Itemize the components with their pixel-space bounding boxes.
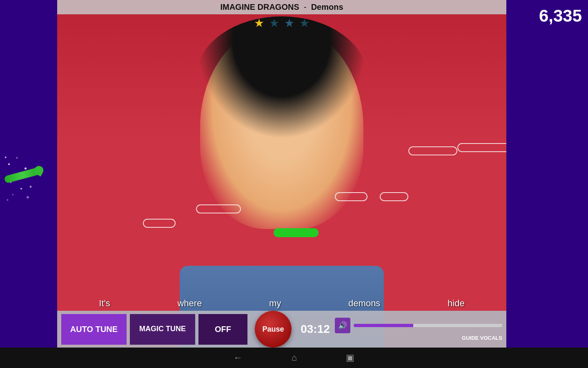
volume-icon: 🔊	[338, 321, 347, 330]
stars-row: ★ ★ ★ ★	[254, 16, 310, 30]
pitch-bar-5	[143, 219, 176, 228]
sparkle-dot	[12, 194, 13, 195]
pitch-bar-7	[457, 143, 506, 152]
lyric-word-4: demons	[348, 298, 380, 309]
artist-name: IMAGINE DRAGONS	[220, 2, 299, 11]
lyric-word-2: where	[177, 298, 202, 309]
song-title: IMAGINE DRAGONS - Demons	[220, 2, 343, 11]
guide-vocals-label: GUIDE VOCALS	[462, 335, 502, 341]
controls-bar: AUTO TUNE MAGIC TUNE OFF Pause 03:12 🔊	[57, 311, 506, 348]
magic-wand-area: ✦ ✦ ✦	[4, 172, 41, 179]
app-container: ✦ ✦ ✦ IMAGINE DRAGONS	[0, 0, 588, 368]
magic-tune-button[interactable]: MAGIC TUNE	[130, 314, 195, 345]
back-button[interactable]: ←	[234, 352, 243, 363]
star-3: ★	[284, 16, 294, 30]
lyric-word-5: hide	[448, 298, 465, 309]
star-2: ★	[269, 16, 279, 30]
left-sidebar: ✦ ✦ ✦	[0, 0, 57, 348]
pitch-bar-active	[274, 228, 318, 237]
sparkle-star-sm2: ✦	[6, 198, 9, 202]
song-name: Demons	[311, 2, 343, 11]
pitch-bar-4	[196, 204, 241, 213]
main-area: ✦ ✦ ✦ IMAGINE DRAGONS	[0, 0, 588, 348]
auto-tune-label: AUTO TUNE	[70, 324, 118, 334]
score-display: 6,335	[539, 6, 582, 26]
recents-button[interactable]: ▣	[346, 352, 354, 363]
wand-tip	[33, 164, 45, 177]
volume-section: 🔊 GUIDE VOCALS	[335, 318, 502, 341]
timer-display: 03:12	[299, 323, 332, 336]
off-button[interactable]: OFF	[198, 314, 247, 345]
pitch-bar-3	[380, 192, 408, 201]
off-label: OFF	[215, 325, 231, 334]
sparkle-dot	[20, 188, 22, 190]
star-1: ★	[254, 16, 264, 30]
volume-slider[interactable]	[354, 324, 502, 327]
hair-area	[196, 16, 368, 139]
home-button[interactable]: ⌂	[292, 352, 297, 363]
sparkle-dot	[16, 157, 18, 159]
volume-row: 🔊	[335, 318, 502, 333]
sparkle-star-sm: ✦	[4, 155, 7, 159]
wand-body	[4, 167, 41, 184]
android-nav-bar: ← ⌂ ▣	[0, 348, 588, 368]
sparkle-star-md: ✦	[29, 184, 33, 190]
song-title-bar: IMAGINE DRAGONS - Demons	[57, 0, 506, 14]
center-performance-area: IMAGINE DRAGONS - Demons ★ ★ ★ ★	[57, 0, 506, 348]
auto-tune-button[interactable]: AUTO TUNE	[61, 314, 127, 345]
pause-button[interactable]: Pause	[255, 311, 292, 348]
star-4: ★	[299, 16, 310, 30]
lyric-word-1: It's	[99, 298, 110, 309]
pitch-bar-2	[335, 192, 368, 201]
lyrics-area: It's where my demons hide	[57, 298, 506, 309]
sparkle-dot	[10, 182, 11, 183]
pause-label: Pause	[262, 325, 284, 334]
volume-button[interactable]: 🔊	[335, 318, 350, 333]
magic-tune-label: MAGIC TUNE	[139, 325, 186, 334]
right-sidebar: 6,335	[506, 0, 588, 348]
sparkle-dot	[24, 168, 27, 170]
performer-background	[57, 0, 506, 348]
sparkle-dot	[8, 164, 10, 165]
lyric-word-3: my	[269, 298, 281, 309]
pitch-bar-1	[408, 146, 457, 155]
sparkle-dot	[27, 196, 29, 199]
